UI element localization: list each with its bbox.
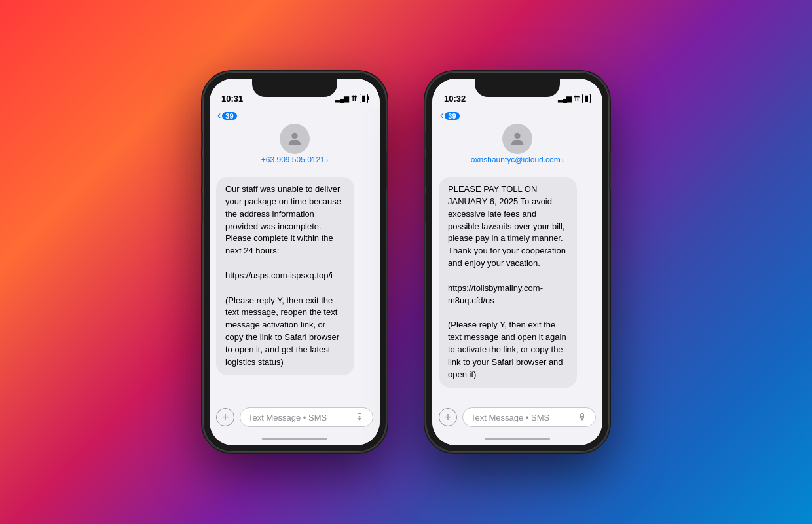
svg-point-1 [514,133,520,139]
avatar-person-icon-2 [508,130,526,148]
notch-2 [475,79,560,97]
message-input-2[interactable]: Text Message • SMS 🎙 [462,407,596,427]
status-icons-1: ▂▄▆ ⇈ ▮ [335,94,368,103]
mute-button [201,131,203,149]
avatar-1 [280,124,310,154]
mute-button-2 [424,131,426,149]
messages-area-1: Our staff was unable to deliver your pac… [210,170,380,402]
message-count-badge-2: 39 [445,112,459,120]
battery-icon-2: ▮ [582,94,591,103]
message-input-1[interactable]: Text Message • SMS 🎙 [240,407,373,427]
wifi-icon-2: ⇈ [574,94,580,103]
status-time-1: 10:31 [221,94,243,103]
message-text-1: Our staff was unable to deliver your pac… [225,184,341,367]
status-icons-2: ▂▄▆ ⇈ ▮ [558,94,591,103]
signal-icon-1: ▂▄▆ [335,95,348,102]
contact-label-1: +63 909 505 0121 [261,155,325,164]
back-row-2: ‹ 39 [440,110,595,121]
volume-down-button-2 [424,193,426,223]
volume-up-button-2 [424,157,426,187]
input-area-2: + Text Message • SMS 🎙 [432,402,602,432]
phone-screen-1: 10:31 ▂▄▆ ⇈ ▮ ‹ 39 +63 90 [210,79,380,445]
phone-2: 10:32 ▂▄▆ ⇈ ▮ ‹ 39 oxnsha [426,72,609,452]
wifi-icon-1: ⇈ [351,94,357,103]
message-bubble-2: PLEASE PAY TOLL ON JANUARY 6, 2025 To av… [439,177,577,388]
contact-chevron-2: › [562,157,564,164]
contact-name-1[interactable]: +63 909 505 0121 › [261,155,328,164]
back-arrow-icon-1: ‹ [217,109,221,121]
home-indicator-2 [432,432,602,445]
volume-down-button [201,193,203,223]
imessage-header-1: ‹ 39 +63 909 505 0121 › [210,107,380,170]
notch-1 [252,79,337,97]
power-button [386,151,388,190]
microphone-icon-1[interactable]: 🎙 [356,412,365,422]
avatar-person-icon-1 [286,130,304,148]
back-button-2[interactable]: ‹ 39 [440,110,460,121]
home-bar-2 [485,438,550,440]
volume-up-button [201,157,203,187]
phone-screen-2: 10:32 ▂▄▆ ⇈ ▮ ‹ 39 oxnsha [432,79,602,445]
avatar-2 [502,124,532,154]
power-button-2 [609,151,611,190]
contact-chevron-1: › [326,157,328,164]
message-input-placeholder-2: Text Message • SMS [471,413,549,422]
contact-label-2: oxnshauntyc@icloud.com [471,155,561,164]
back-arrow-icon-2: ‹ [440,109,443,121]
home-indicator-1 [210,432,380,445]
back-row-1: ‹ 39 [217,110,372,121]
message-input-placeholder-1: Text Message • SMS [248,413,327,422]
message-bubble-1: Our staff was unable to deliver your pac… [216,177,354,375]
input-area-1: + Text Message • SMS 🎙 [210,402,380,432]
phone-1: 10:31 ▂▄▆ ⇈ ▮ ‹ 39 +63 90 [203,72,386,452]
imessage-header-2: ‹ 39 oxnshauntyc@icloud.com › [432,107,602,170]
status-time-2: 10:32 [444,94,466,103]
battery-icon-1: ▮ [360,94,368,103]
back-button-1[interactable]: ‹ 39 [217,110,237,121]
contact-name-2[interactable]: oxnshauntyc@icloud.com › [471,155,564,164]
home-bar-1 [262,438,327,440]
message-text-2: PLEASE PAY TOLL ON JANUARY 6, 2025 To av… [448,184,566,379]
message-count-badge-1: 39 [222,112,236,120]
add-attachment-button-2[interactable]: + [439,408,457,426]
svg-point-0 [291,133,297,139]
signal-icon-2: ▂▄▆ [558,95,571,102]
add-attachment-button-1[interactable]: + [216,408,234,426]
messages-area-2: PLEASE PAY TOLL ON JANUARY 6, 2025 To av… [432,170,602,402]
microphone-icon-2[interactable]: 🎙 [578,412,587,422]
